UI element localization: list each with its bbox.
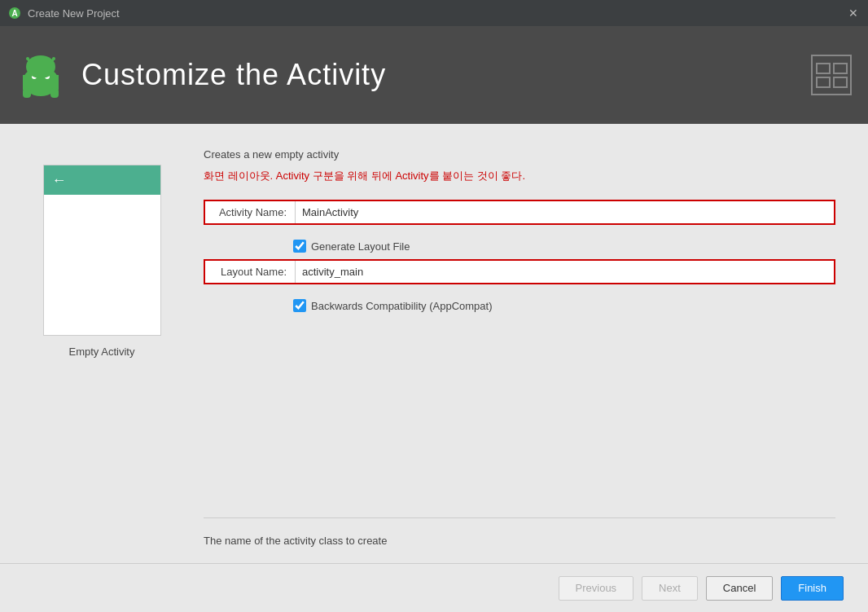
svg-rect-11: [23, 88, 31, 98]
layout-name-row: Layout Name:: [204, 259, 835, 284]
monitor-icon: [816, 63, 848, 88]
form-section: Creates a new empty activity 화면 레이아웃. Ac…: [204, 140, 835, 547]
activity-name-row: Activity Name:: [204, 200, 835, 225]
monitor-cell-3: [816, 77, 831, 88]
generate-layout-row: Generate Layout File: [293, 240, 835, 253]
next-button[interactable]: Next: [642, 576, 698, 601]
footer: Previous Next Cancel Finish: [0, 563, 868, 612]
monitor-cell-1: [816, 63, 831, 74]
title-bar: A Create New Project ✕: [0, 0, 868, 26]
monitor-cell-4: [833, 77, 848, 88]
hint-text: The name of the activity class to create: [204, 535, 835, 547]
cancel-button[interactable]: Cancel: [706, 576, 773, 601]
page-title: Customize the Activity: [81, 58, 386, 92]
backwards-compat-checkbox[interactable]: [293, 299, 306, 312]
svg-point-8: [26, 57, 29, 60]
layout-name-input[interactable]: [295, 261, 834, 283]
preview-label: Empty Activity: [69, 346, 135, 358]
backwards-compat-row: Backwards Compatibility (AppCompat): [293, 299, 835, 312]
monitor-cell-2: [833, 63, 848, 74]
monitor-icon-container: [811, 55, 852, 95]
layout-name-label: Layout Name:: [205, 261, 295, 283]
generate-layout-label: Generate Layout File: [311, 240, 410, 253]
phone-preview: ←: [43, 165, 161, 336]
hint-section: The name of the activity class to create: [204, 517, 835, 547]
activity-name-input[interactable]: [295, 201, 834, 223]
svg-point-10: [26, 55, 55, 78]
android-logo: [16, 51, 65, 99]
content-area: ← Empty Activity Creates a new empty act…: [33, 140, 835, 547]
phone-body: [44, 195, 160, 335]
title-bar-left: A Create New Project: [8, 7, 120, 20]
svg-point-9: [52, 57, 55, 60]
preview-section: ← Empty Activity: [33, 165, 171, 547]
header: Customize the Activity: [0, 26, 868, 124]
finish-button[interactable]: Finish: [781, 576, 844, 601]
generate-layout-checkbox[interactable]: [293, 240, 306, 253]
svg-text:A: A: [11, 9, 17, 18]
main-content: ← Empty Activity Creates a new empty act…: [0, 124, 868, 563]
title-bar-text: Create New Project: [28, 7, 120, 20]
close-button[interactable]: ✕: [847, 7, 860, 20]
activity-name-label: Activity Name:: [205, 201, 295, 223]
korean-text: 화면 레이아웃. Activity 구분을 위해 뒤에 Activity를 붙이…: [204, 169, 835, 183]
phone-toolbar: ←: [44, 165, 160, 195]
header-left: Customize the Activity: [16, 51, 386, 99]
backwards-compat-label: Backwards Compatibility (AppCompat): [311, 300, 493, 312]
svg-rect-12: [50, 88, 59, 98]
app-icon: A: [8, 7, 21, 20]
description-text: Creates a new empty activity: [204, 148, 835, 161]
previous-button[interactable]: Previous: [559, 576, 634, 601]
back-arrow-icon: ←: [52, 172, 67, 189]
